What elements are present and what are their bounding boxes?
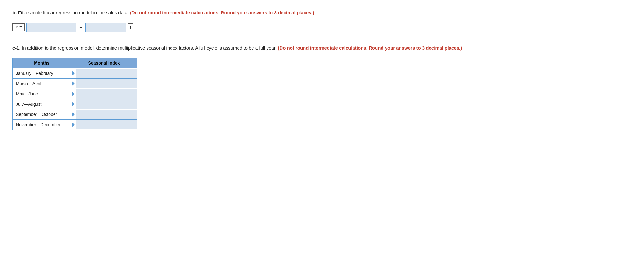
index-cell[interactable] (71, 99, 137, 109)
triangle-icon (72, 91, 75, 96)
triangle-icon (72, 122, 75, 127)
equation-row: Y = + t (12, 23, 632, 32)
seasonal-index-input[interactable] (76, 89, 137, 99)
seasonal-index-input[interactable] (76, 69, 137, 78)
table-body: January—FebruaryMarch—AprilMay—JuneJuly—… (13, 68, 137, 130)
section-c1-bold: (Do not round intermediate calculations.… (278, 45, 462, 51)
index-cell[interactable] (71, 89, 137, 99)
equation-intercept-input[interactable] (26, 23, 76, 32)
triangle-icon (72, 71, 75, 76)
seasonal-index-input[interactable] (76, 110, 137, 119)
plus-sign: + (78, 25, 84, 30)
section-b-bold: (Do not round intermediate calculations.… (130, 10, 314, 15)
section-c1: c-1. In addition to the regression model… (12, 45, 632, 130)
index-cell[interactable] (71, 79, 137, 89)
seasonal-index-input[interactable] (76, 79, 137, 88)
section-b-prompt: b. Fit a simple linear regression model … (12, 9, 632, 17)
months-column-header: Months (13, 58, 71, 68)
triangle-icon (72, 102, 75, 107)
seasonal-index-table: Months Seasonal Index January—FebruaryMa… (12, 58, 137, 130)
section-b-label: b. (12, 10, 17, 15)
index-cell[interactable] (71, 68, 137, 79)
month-cell: March—April (13, 79, 71, 89)
t-label: t (128, 23, 133, 31)
seasonal-index-column-header: Seasonal Index (71, 58, 137, 68)
triangle-icon (72, 112, 75, 117)
seasonal-index-input[interactable] (76, 99, 137, 109)
y-equals-label: Y = (12, 23, 25, 31)
section-c1-label: c-1. (12, 45, 21, 51)
index-cell[interactable] (71, 109, 137, 120)
table-header-row: Months Seasonal Index (13, 58, 137, 68)
table-row: September—October (13, 109, 137, 120)
section-c1-prompt: c-1. In addition to the regression model… (12, 45, 632, 52)
month-cell: November—December (13, 120, 71, 130)
month-cell: January—February (13, 68, 71, 79)
section-b-text: Fit a simple linear regression model to … (18, 10, 129, 15)
seasonal-index-input[interactable] (76, 120, 137, 129)
triangle-icon (72, 81, 75, 86)
table-row: July—August (13, 99, 137, 109)
month-cell: September—October (13, 109, 71, 120)
month-cell: May—June (13, 89, 71, 99)
section-c1-text: In addition to the regression model, det… (22, 45, 276, 51)
index-cell[interactable] (71, 120, 137, 130)
section-b: b. Fit a simple linear regression model … (12, 9, 632, 32)
table-row: May—June (13, 89, 137, 99)
equation-slope-input[interactable] (85, 23, 126, 32)
table-row: March—April (13, 79, 137, 89)
table-row: November—December (13, 120, 137, 130)
month-cell: July—August (13, 99, 71, 109)
table-row: January—February (13, 68, 137, 79)
